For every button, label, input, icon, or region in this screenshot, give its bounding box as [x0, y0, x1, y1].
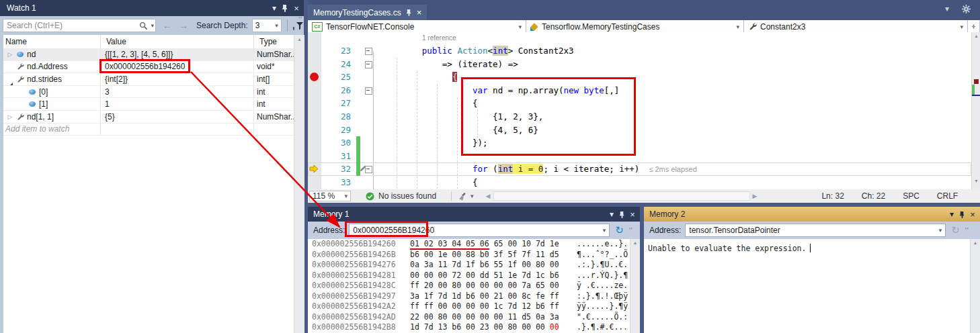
window-position-icon[interactable]: ▾	[946, 207, 957, 222]
watch-row[interactable]: ▷nd{[[1, 2, 3], [4, 5, 6]]}NumShar...	[0, 48, 294, 61]
refresh-icon[interactable]: ↻	[615, 224, 624, 236]
code-line-30[interactable]: 30 });	[308, 136, 971, 150]
search-input[interactable]: Search (Ctrl+E) ▾	[3, 19, 156, 32]
watch-value[interactable]: {int[2]}	[101, 73, 254, 85]
memory-hex-bytes[interactable]: 0a 3a 11 7d 1f b6 55 1f 00 80 00	[410, 260, 559, 271]
collapse-box-icon[interactable]	[365, 87, 372, 95]
memory-hex-bytes[interactable]: ff ff 00 00 00 00 1c 7d 12 b6 ff	[410, 301, 559, 312]
close-icon[interactable]: ×	[627, 207, 638, 222]
memory2-scrollbar[interactable]: ▲	[970, 239, 980, 333]
project-dropdown[interactable]: C# TensorFlowNET.Console ▾	[308, 20, 526, 33]
overflow-button[interactable]: ''	[298, 16, 302, 23]
fold-column[interactable]	[363, 84, 374, 97]
code-line-27[interactable]: 27 {	[308, 97, 971, 110]
memory2-address-input[interactable]: tensor.TensorDataPointer ▾	[685, 224, 946, 237]
watch-row[interactable]: nd.strides{int[2]}int[]	[0, 73, 294, 86]
memory1-address-input[interactable]: 0x000002556B194260 ▾	[349, 224, 610, 237]
code-line-26[interactable]: 26 var nd = np.array(new byte[,]	[308, 84, 971, 97]
code-line-24[interactable]: 24 => (iterate) =>	[308, 58, 971, 71]
search-icon[interactable]	[139, 21, 148, 30]
scroll-up-icon[interactable]: ▲	[294, 37, 304, 42]
fold-column[interactable]	[363, 162, 374, 176]
watch-row[interactable]: ▷nd[1, 1]{5}NumShar...	[0, 111, 294, 124]
watch-scrollbar[interactable]: ▲	[294, 35, 304, 333]
code-line-23[interactable]: 23 public Action<int> Constant2x3	[308, 44, 971, 58]
pin-icon[interactable]	[280, 0, 290, 16]
memory1-scrollbar[interactable]: ▲	[630, 239, 640, 333]
window-position-icon[interactable]: ▾	[606, 207, 617, 222]
code-cleanup-button[interactable]: ▾	[458, 192, 474, 201]
add-item-text[interactable]: Add item to watch	[0, 124, 101, 136]
zoom-dropdown[interactable]: 115 % ▾	[309, 191, 351, 201]
code-line-25[interactable]: 25 {	[308, 70, 971, 84]
code-line-32[interactable]: 32 for (int i = 0; i < iterate; i++)≤ 2m…	[308, 162, 971, 176]
memory-hex-bytes[interactable]: 3a 1f 7d 1d b6 00 21 00 8c fe ff	[410, 291, 559, 302]
scroll-up-icon[interactable]: ▲	[972, 34, 980, 38]
memory-row[interactable]: 0x000002556B19426001 02 03 04 05 06 65 0…	[308, 239, 630, 250]
memory-row[interactable]: 0x000002556B1942760a 3a 11 7d 1f b6 55 1…	[308, 260, 630, 271]
refresh-icon-disabled[interactable]: ↻	[951, 224, 960, 236]
code-lines[interactable]: 23 public Action<int> Constant2x324 => (…	[308, 44, 971, 189]
code-line-28[interactable]: 28 {1, 2, 3},	[308, 110, 971, 124]
search-depth-dropdown[interactable]: 3 ▾	[252, 19, 282, 32]
search-options-dropdown-icon[interactable]: ▾	[151, 22, 154, 29]
collapse-box-icon[interactable]	[365, 48, 372, 55]
window-position-icon[interactable]: ▾	[941, 4, 953, 13]
collapse-box-icon[interactable]	[365, 61, 372, 68]
watch-row[interactable]: [1]1int	[0, 98, 294, 111]
memory-hex-bytes[interactable]: 00 00 00 72 00 dd 51 1e 7d 1c b6	[410, 271, 559, 281]
member-dropdown[interactable]: Constant2x3 ▾	[744, 20, 968, 33]
memory-row[interactable]: 0x000002556B1942AD22 00 80 00 00 00 00 1…	[308, 312, 630, 323]
issues-indicator[interactable]: No issues found	[366, 191, 436, 201]
memory-hex-bytes[interactable]: 01 02 03 04 05 06 65 00 10 7d 1e	[410, 239, 559, 250]
code-line-31[interactable]: 31	[308, 150, 971, 163]
add-watch-row[interactable]: Add item to watch	[0, 124, 294, 136]
memory-hex-bytes[interactable]: 22 00 80 00 00 00 00 11 d5 0a 3a	[410, 312, 559, 323]
memory-hex-bytes[interactable]: ff 20 00 80 00 00 00 00 7a 65 00	[410, 281, 559, 291]
pin-icon[interactable]	[406, 9, 412, 16]
column-header-name[interactable]: Name	[0, 35, 101, 48]
gear-icon[interactable]	[961, 4, 973, 14]
watch-value[interactable]: 3	[101, 86, 254, 98]
memory-row[interactable]: 0x000002556B1942973a 1f 7d 1d b6 00 21 0…	[308, 291, 630, 302]
close-icon[interactable]: ×	[967, 207, 978, 222]
pin-icon[interactable]	[956, 207, 967, 222]
memory-row[interactable]: 0x000002556B1942A2ff ff 00 00 00 00 1c 7…	[308, 301, 630, 312]
scroll-up-icon[interactable]: ▲	[971, 240, 980, 245]
code-editor[interactable]: 1 reference 23 public Action<int> Consta…	[308, 32, 971, 189]
tab-memorytestingcases[interactable]: MemoryTestingCases.cs ×	[308, 5, 427, 20]
hscroll-left-icon[interactable]: ◀	[486, 193, 491, 199]
window-position-icon[interactable]: ▾	[269, 0, 280, 16]
memory-row[interactable]: 0x000002556B19426Bb6 00 1e 00 88 b0 3f 5…	[308, 250, 630, 260]
memory-row[interactable]: 0x000002556B1942B81d 7d 13 b6 00 23 00 8…	[308, 322, 630, 333]
watch-value[interactable]: {5}	[101, 111, 254, 123]
overflow-button[interactable]: ''	[965, 227, 969, 234]
watch-value[interactable]: 1	[101, 98, 254, 110]
editor-scrollbar[interactable]: ▲ ▼	[971, 32, 980, 189]
memory-hex-bytes[interactable]: 1d 7d 13 b6 00 23 00 80 00 00 00	[410, 322, 559, 333]
watch-row[interactable]: [0]3int	[0, 86, 294, 99]
expander-collapsed-icon[interactable]: ▷	[5, 51, 15, 58]
overflow-button[interactable]: ''	[629, 227, 633, 234]
close-icon[interactable]: ×	[417, 7, 422, 17]
fold-column[interactable]	[363, 58, 374, 71]
column-header-value[interactable]: Value	[101, 35, 254, 48]
code-line-33[interactable]: 33 {	[308, 176, 971, 189]
forward-arrow-icon[interactable]: →	[179, 20, 188, 31]
scroll-down-icon[interactable]: ▼	[972, 179, 980, 183]
column-header-type[interactable]: Type	[254, 35, 294, 48]
hscroll-right-icon[interactable]: ▶	[753, 193, 758, 199]
memory-row[interactable]: 0x000002556B19428100 00 00 72 00 dd 51 1…	[308, 271, 630, 281]
close-icon[interactable]: ×	[291, 0, 302, 16]
memory1-hex-rows[interactable]: 0x000002556B19426001 02 03 04 05 06 65 0…	[308, 239, 630, 333]
collapse-box-icon[interactable]	[365, 166, 372, 173]
split-window-button[interactable]	[968, 20, 980, 33]
watch-value[interactable]: {[[1, 2, 3], [4, 5, 6]]}	[101, 48, 254, 60]
horizontal-scrollbar[interactable]	[493, 191, 750, 201]
expander-collapsed-icon[interactable]: ▷	[5, 113, 15, 120]
class-dropdown[interactable]: Tensorflow.MemoryTestingCases ▾	[526, 20, 744, 33]
back-arrow-icon[interactable]: ←	[163, 20, 172, 31]
fold-column[interactable]	[363, 44, 374, 58]
watch-row[interactable]: nd.Address0x000002556b194260void*	[0, 61, 294, 74]
memory-row[interactable]: 0x000002556B19428Cff 20 00 80 00 00 00 0…	[308, 281, 630, 291]
